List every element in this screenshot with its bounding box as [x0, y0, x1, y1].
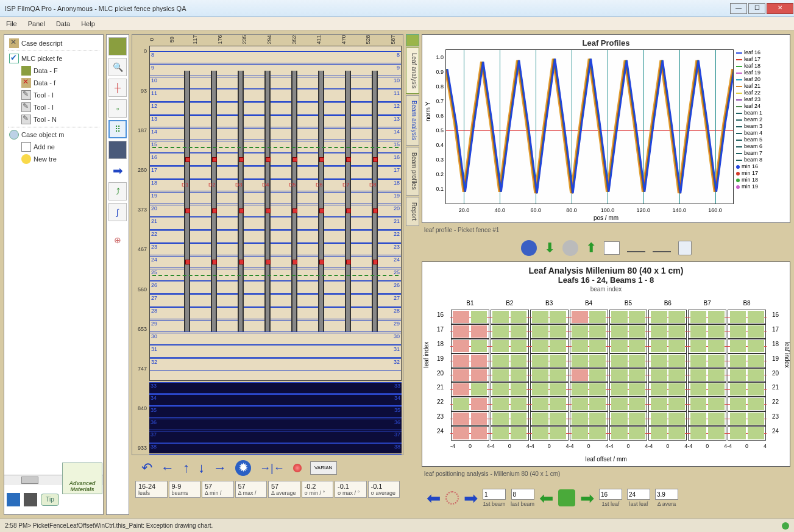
tool-step[interactable]: ⤴	[108, 182, 127, 200]
minimize-button[interactable]: —	[730, 3, 747, 14]
profile-gear-icon[interactable]	[562, 240, 578, 256]
analysis-title: Leaf Analysis Millenium 80 (40 x 1 cm)	[426, 266, 786, 275]
stat-5: -0.2σ min / °	[302, 481, 334, 498]
nav-prev-green-icon[interactable]: ⬅	[539, 488, 553, 508]
tree-item-6[interactable]: Tool - N	[5, 113, 102, 126]
profile-view-icon[interactable]	[604, 241, 620, 255]
chart-xlabel: pos / mm	[594, 215, 619, 221]
film-image-view[interactable]: 059117176235294352411470528587 093187280…	[132, 34, 403, 455]
stat-6: -0.1σ max / °	[335, 481, 367, 498]
menubar: File Panel Data Help	[0, 17, 794, 30]
beam-col-B7: B7-404	[688, 310, 726, 441]
maximize-button[interactable]: ☐	[748, 3, 765, 14]
stat-7: -0.1σ average	[368, 481, 400, 498]
window-title: ISP FilmQA Pro - Anonymous - MLC picket …	[5, 5, 729, 12]
status-bar: 2:58 PM> PicketFenceLeafOffsetWinCtrl.th…	[0, 519, 794, 532]
nav-next-green-icon[interactable]: ➡	[580, 488, 594, 508]
tool-image[interactable]	[108, 141, 127, 159]
arrow-left-icon[interactable]: ←	[161, 460, 174, 476]
tree-item-2[interactable]: Data - F	[5, 65, 102, 77]
menu-data[interactable]: Data	[56, 20, 70, 27]
profile-settings-icon[interactable]	[521, 240, 537, 256]
stat-2: 57Δ min /	[202, 481, 234, 498]
case-tree-panel: Case descriptMLC picket feData - FData -…	[4, 34, 104, 515]
avg-input[interactable]	[655, 489, 678, 500]
last-leaf-input[interactable]	[627, 489, 650, 500]
profile-scale-icon[interactable]	[653, 244, 671, 252]
tree-item-5[interactable]: Tool - I	[5, 101, 102, 113]
tool-strip: 🔍 ┼ ◦ ⠿ ➡ ⤴ ∫ ⊕	[106, 34, 129, 515]
stat-1: 9-9beams	[169, 481, 201, 498]
nav-prev-blue-icon[interactable]: ⬅	[427, 488, 441, 508]
rotate-ccw-icon[interactable]: ↶	[141, 460, 152, 476]
titlebar: ISP FilmQA Pro - Anonymous - MLC picket …	[0, 0, 794, 17]
last-beam-input[interactable]	[511, 489, 534, 500]
profile-down-icon[interactable]: ⬇	[544, 240, 555, 256]
beam-col-B3: B3-404	[530, 310, 569, 441]
gear-icon	[9, 130, 19, 140]
nav-target-icon[interactable]	[445, 491, 459, 505]
print-icon[interactable]	[24, 493, 37, 506]
tool-swatch[interactable]	[108, 37, 127, 55]
stat-0: 16-24leafs	[135, 481, 168, 498]
tree-item-4[interactable]: Tool - I	[5, 89, 102, 101]
menu-file[interactable]: File	[6, 20, 17, 27]
vtab-icon[interactable]	[406, 34, 419, 46]
ruler-top: 059117176235294352411470528587	[149, 35, 402, 44]
vtab-report[interactable]: Report	[406, 197, 419, 226]
save-icon[interactable]	[7, 493, 20, 506]
ruler-left: 093187280373467560653747840933	[132, 46, 148, 453]
analysis-top-axis: beam index	[426, 286, 786, 293]
vtab-beam-analysis[interactable]: Beam analysis	[406, 95, 419, 146]
tree-item-0[interactable]: Case descript	[5, 37, 102, 49]
settings-gear-icon[interactable]	[235, 460, 251, 476]
chart-title: Leaf Profiles	[426, 38, 786, 48]
tool-crosshair[interactable]: ┼	[108, 79, 127, 97]
close-button[interactable]: ✕	[767, 3, 793, 14]
tip-button[interactable]: Tip	[41, 494, 59, 506]
menu-help[interactable]: Help	[81, 20, 95, 27]
tree-item-3[interactable]: Data - f	[5, 77, 102, 89]
x-icon	[9, 38, 19, 48]
star-icon	[21, 154, 31, 164]
beam-col-B8: B8-404161718192021222324	[728, 310, 766, 441]
tool-curve[interactable]: ∫	[108, 203, 127, 221]
chart-plot-area[interactable]: 0.10.20.30.40.50.60.70.80.91.020.040.060…	[445, 49, 734, 204]
tree-item-8[interactable]: Add ne	[5, 141, 102, 153]
first-leaf-input[interactable]	[599, 489, 622, 500]
varian-button[interactable]: VARIAN	[310, 461, 337, 475]
advanced-materials-logo: Advanced Materials	[62, 463, 102, 494]
tool-center[interactable]: ◦	[108, 99, 127, 118]
nav-gear-icon[interactable]	[558, 489, 575, 506]
vtab-beam-profiles[interactable]: Beam profiles	[406, 147, 419, 195]
tool-grid[interactable]: ⠿	[108, 120, 127, 138]
collapse-icon[interactable]: →|←	[260, 462, 285, 475]
profile-up-icon[interactable]: ⬆	[586, 240, 597, 256]
grid-icon	[21, 66, 31, 76]
film-area: 8899101011111212131314141515161617171818…	[149, 46, 402, 381]
tool-zoom[interactable]: 🔍	[108, 58, 127, 76]
arrow-right-icon[interactable]: →	[213, 460, 227, 476]
arrow-up-icon[interactable]: ↑	[183, 460, 190, 476]
analysis-caption: leaf positioning analysis - Millenium 80…	[422, 469, 790, 478]
vtab-leaf-analysis[interactable]: Leaf analysis	[406, 48, 419, 94]
tool-marker[interactable]: ⊕	[108, 231, 127, 249]
tree-item-1[interactable]: MLC picket fe	[5, 52, 102, 65]
profile-ruler-icon[interactable]	[627, 244, 645, 252]
analysis-right-axis: leaf index	[784, 341, 791, 367]
profile-caption: leaf profile - Picket fence #1	[422, 225, 790, 235]
tree-item-7[interactable]: Case object m	[5, 129, 102, 141]
menu-panel[interactable]: Panel	[28, 20, 45, 27]
beam-col-B5: B5-404	[609, 310, 648, 441]
leaf-analysis-grid: Leaf Analysis Millenium 80 (40 x 1 cm) L…	[422, 261, 790, 467]
analysis-subtitle: Leafs 16 - 24, Beams 1 - 8	[426, 275, 786, 285]
nav-next-blue-icon[interactable]: ➡	[464, 488, 478, 508]
record-icon[interactable]	[293, 464, 302, 472]
profile-export-icon[interactable]	[678, 241, 692, 255]
tree-item-9[interactable]: New tre	[5, 153, 102, 165]
first-beam-input[interactable]	[483, 489, 506, 500]
tool-icon	[21, 90, 31, 100]
arrow-down-icon[interactable]: ↓	[198, 460, 205, 476]
tool-arrow-right[interactable]: ➡	[108, 161, 127, 180]
beam-col-B1: B1-404161718192021222324	[451, 310, 489, 441]
